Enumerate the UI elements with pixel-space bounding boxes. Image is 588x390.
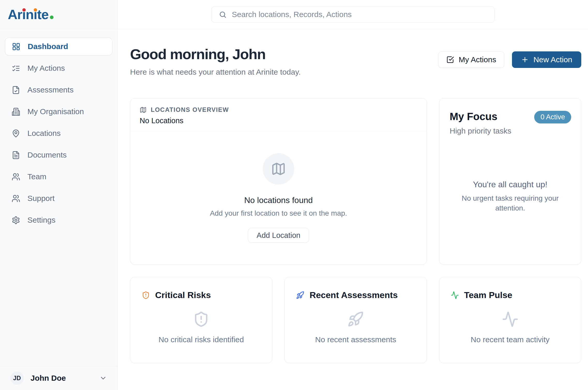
recent-assessments-header: Recent Assessments [296, 290, 415, 300]
users-icon [12, 173, 20, 181]
sidebar-nav: Dashboard My Actions Assessments My Orga… [0, 29, 117, 366]
sidebar-item-label: My Organisation [27, 107, 84, 116]
layout-dashboard-icon [12, 42, 20, 51]
locations-empty-subtitle: Add your first location to see it on the… [210, 209, 347, 217]
recent-assessments-empty-text: No recent assessments [315, 335, 396, 344]
sidebar-header: Arınıte [0, 0, 117, 29]
active-count-badge: 0 Active [534, 111, 571, 123]
user-name: John Doe [31, 374, 93, 383]
rocket-icon [347, 311, 364, 327]
logo-letter-i1: ı [22, 8, 26, 21]
my-focus-empty-state: You're all caught up! No urgent tasks re… [450, 180, 571, 213]
logo-text: Ar [8, 8, 22, 21]
critical-risks-title: Critical Risks [155, 290, 211, 300]
list-checks-icon [12, 64, 20, 73]
team-pulse-empty-text: No recent team activity [471, 335, 549, 344]
team-pulse-title: Team Pulse [464, 290, 512, 300]
top-cards-row: LOCATIONS OVERVIEW No Locations No locat… [130, 98, 581, 265]
user-menu[interactable]: JD John Doe [0, 366, 117, 390]
avatar: JD [10, 371, 24, 385]
rocket-icon [296, 291, 304, 299]
recent-assessments-empty: No recent assessments [296, 300, 415, 363]
my-actions-button[interactable]: My Actions [438, 51, 504, 68]
sidebar-item-team[interactable]: Team [5, 168, 112, 186]
sidebar: Arınıte Dashboard My Actions Assessm [0, 0, 118, 390]
gear-icon [12, 216, 20, 224]
recent-assessments-title: Recent Assessments [310, 290, 398, 300]
main-area: Good morning, John Here is what needs yo… [118, 0, 588, 390]
header-actions: My Actions New Action [438, 51, 581, 68]
team-pulse-empty: No recent team activity [451, 300, 570, 363]
content: Good morning, John Here is what needs yo… [118, 29, 588, 363]
locations-overview-card: LOCATIONS OVERVIEW No Locations No locat… [130, 98, 427, 265]
new-action-button[interactable]: New Action [512, 51, 581, 68]
file-text-icon [12, 151, 20, 159]
file-check-icon [12, 86, 20, 94]
arinite-logo[interactable]: Arınıte [8, 8, 54, 21]
map-empty-circle [263, 153, 294, 185]
activity-icon [502, 311, 518, 327]
my-focus-subtitle: High priority tasks [450, 127, 571, 135]
map-icon [271, 161, 286, 176]
greeting-block: Good morning, John Here is what needs yo… [130, 46, 301, 76]
bottom-cards-row: Critical Risks No critical risks identif… [130, 277, 581, 363]
shield-alert-icon [142, 291, 150, 299]
shield-alert-icon [193, 311, 209, 327]
locations-empty-title: No locations found [244, 196, 313, 205]
users-icon [12, 194, 20, 203]
locations-title-row: LOCATIONS OVERVIEW [140, 106, 417, 113]
locations-status: No Locations [140, 116, 417, 125]
map-icon [140, 106, 147, 113]
sidebar-item-label: My Actions [27, 64, 65, 73]
sidebar-item-locations[interactable]: Locations [5, 124, 112, 142]
building-icon [12, 107, 20, 116]
recent-assessments-card: Recent Assessments No recent assessments [284, 277, 427, 363]
my-focus-empty-subtitle: No urgent tasks requiring your attention… [450, 193, 571, 213]
search-input[interactable] [232, 10, 487, 19]
activity-icon [451, 291, 459, 299]
app-root: Arınıte Dashboard My Actions Assessm [0, 0, 588, 390]
sidebar-item-my-organisation[interactable]: My Organisation [5, 103, 112, 121]
team-pulse-card: Team Pulse No recent team activity [439, 277, 581, 363]
team-pulse-header: Team Pulse [451, 290, 570, 300]
chevron-down-icon [99, 374, 107, 382]
locations-card-header: LOCATIONS OVERVIEW No Locations [130, 98, 427, 131]
sidebar-item-label: Locations [27, 129, 61, 138]
page-title: Good morning, John [130, 46, 301, 63]
critical-risks-header: Critical Risks [142, 290, 261, 300]
sidebar-item-label: Support [27, 194, 55, 203]
locations-card-title: LOCATIONS OVERVIEW [151, 106, 229, 113]
sidebar-item-assessments[interactable]: Assessments [5, 81, 112, 99]
my-focus-card: My Focus High priority tasks 0 Active Yo… [439, 98, 581, 265]
page-subtitle: Here is what needs your attention at Ari… [130, 68, 301, 76]
global-search [211, 6, 495, 23]
critical-risks-empty-text: No critical risks identified [159, 335, 244, 344]
logo-dot-green [50, 15, 54, 19]
locations-empty-state: No locations found Add your first locati… [130, 131, 427, 264]
topbar [118, 0, 588, 29]
sidebar-item-label: Team [27, 172, 46, 181]
sidebar-item-dashboard[interactable]: Dashboard [5, 37, 112, 56]
map-pin-icon [12, 129, 20, 138]
my-focus-empty-title: You're all caught up! [450, 180, 571, 189]
logo-dot-red [22, 8, 26, 12]
sidebar-item-label: Assessments [27, 85, 73, 94]
sidebar-item-label: Dashboard [28, 42, 68, 51]
sidebar-item-documents[interactable]: Documents [5, 146, 112, 164]
plus-icon [521, 56, 529, 64]
logo-letter-i2: ı [34, 8, 37, 21]
sidebar-item-label: Documents [27, 151, 67, 159]
critical-risks-empty: No critical risks identified [142, 300, 261, 363]
sidebar-item-my-actions[interactable]: My Actions [5, 59, 112, 77]
sidebar-item-support[interactable]: Support [5, 189, 112, 207]
sidebar-item-settings[interactable]: Settings [5, 211, 112, 229]
add-location-button[interactable]: Add Location [248, 228, 309, 243]
check-square-icon [446, 56, 454, 64]
logo-dot-orange [34, 8, 37, 12]
sidebar-item-label: Settings [27, 216, 55, 224]
critical-risks-card: Critical Risks No critical risks identif… [130, 277, 272, 363]
content-header: Good morning, John Here is what needs yo… [130, 46, 581, 76]
search-icon [219, 11, 227, 19]
